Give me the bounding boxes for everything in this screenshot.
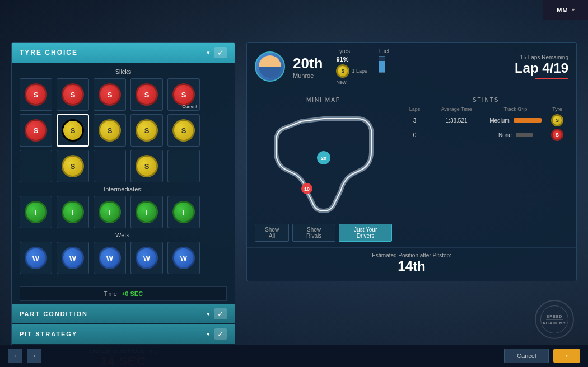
tyre-red: S: [136, 83, 158, 106]
tyre-cell[interactable]: W: [130, 242, 163, 274]
tyre-blue: W: [62, 247, 84, 269]
tyre-cell[interactable]: I: [167, 196, 200, 228]
driver-avatar: [255, 51, 285, 82]
part-condition-check: ✓: [214, 308, 227, 319]
track-svg: 20 10: [262, 107, 385, 219]
show-rivals-btn[interactable]: Show Rivals: [292, 224, 335, 242]
tyre-cell[interactable]: S: [94, 114, 126, 147]
map-buttons: Show All Show Rivals Just Your Drivers: [255, 224, 392, 242]
right-panel: 20th Munroe Tyres 91% S 1 Laps New Fuel: [246, 42, 577, 281]
top-bar-dropdown[interactable]: ▾: [572, 7, 575, 13]
next-btn[interactable]: ›: [27, 349, 41, 363]
tyre-cell-empty[interactable]: [94, 150, 126, 182]
prev-btn[interactable]: ‹: [8, 349, 22, 363]
tyre-cell[interactable]: S: [130, 150, 163, 182]
slicks-label: Slicks: [20, 68, 227, 75]
tyre-green: I: [25, 201, 47, 223]
tyres-label: Tyres: [336, 48, 367, 54]
tyre-red: S: [25, 83, 47, 106]
tyre-cell[interactable]: W: [57, 242, 89, 274]
time-value: +0 SEC: [122, 290, 143, 297]
tyre-cell[interactable]: W: [94, 242, 126, 274]
stints-header: Laps Average Time Track Grip Tyre: [403, 106, 568, 112]
tyre-cell[interactable]: I: [57, 196, 89, 228]
grip-bar-medium: [514, 118, 542, 123]
tyre-choice-title: TYRE CHOICE: [20, 49, 78, 57]
tyre-red: S: [62, 83, 84, 106]
mini-map-title: MINI MAP: [255, 97, 392, 103]
condition-label: New: [336, 79, 367, 85]
part-condition-dropdown[interactable]: ▾: [207, 310, 210, 318]
intermediates-label: Intermediates:: [20, 186, 227, 192]
grip-bar-none: [516, 133, 533, 137]
est-value: 14th: [255, 258, 568, 274]
tyre-cell-current[interactable]: S Current: [167, 78, 200, 111]
tyre-row-wets: W W W W W: [20, 242, 227, 274]
tyre-row-3: S S: [20, 150, 227, 182]
tyre-yellow: S: [99, 119, 121, 142]
tyre-green: I: [136, 201, 158, 223]
mini-map-canvas: 20 10: [262, 107, 385, 219]
tyre-cell[interactable]: S: [167, 114, 200, 147]
tyre-indicator: S: [336, 64, 349, 78]
tyre-cell[interactable]: S: [20, 114, 52, 147]
lap-info: 15 Laps Remaining Lap 4/19: [515, 54, 568, 79]
stints-table: Laps Average Time Track Grip Tyre 3 1:38…: [403, 106, 568, 141]
time-display: Time +0 SEC: [20, 286, 227, 301]
confirm-arrow: ›: [566, 352, 568, 359]
tyre-cell[interactable]: I: [20, 196, 52, 228]
tyres-stat: Tyres 91% S 1 Laps New: [336, 48, 367, 85]
tyre-green: I: [172, 201, 195, 223]
confirm-button[interactable]: ›: [553, 349, 580, 363]
just-your-drivers-btn[interactable]: Just Your Drivers: [339, 224, 393, 242]
stints-row-1: 3 1:38.521 Medium S: [403, 114, 568, 126]
lap-divider: [535, 78, 568, 79]
tyre-cell[interactable]: S: [57, 78, 89, 111]
tyre-choice-header[interactable]: TYRE CHOICE ▾ ✓: [12, 43, 235, 63]
tyre-cell[interactable]: S: [130, 114, 163, 147]
pit-strategy-dropdown[interactable]: ▾: [207, 331, 210, 338]
tyre-cell[interactable]: I: [130, 196, 163, 228]
time-label: Time: [104, 290, 117, 297]
tyre-blue: W: [25, 247, 47, 269]
current-label: Current: [182, 104, 197, 109]
tyre-cell[interactable]: W: [167, 242, 200, 274]
laps-remaining: 15 Laps Remaining: [515, 54, 568, 60]
tyre-cell[interactable]: S: [57, 150, 89, 182]
cancel-button[interactable]: Cancel: [504, 349, 549, 363]
svg-text:20: 20: [321, 156, 326, 161]
driver-header: 20th Munroe Tyres 91% S 1 Laps New Fuel: [247, 43, 576, 91]
stint-tyre-2: S: [546, 129, 568, 141]
driver-position-block: 20th Munroe: [293, 55, 323, 79]
estimated-position: Estimated Position after Pitstop: 14th: [247, 247, 576, 281]
tyre-cell[interactable]: W: [20, 242, 52, 274]
mini-map-area: MINI MAP 20 10 Show All Show Rivals: [247, 91, 576, 247]
col-avg-time: Average Time: [428, 106, 484, 112]
stint-grip-1: Medium: [487, 117, 544, 124]
pit-strategy-check: ✓: [214, 328, 227, 340]
tyre-green: I: [99, 201, 121, 223]
tyre-yellow: S: [62, 119, 84, 142]
show-all-btn[interactable]: Show All: [255, 224, 289, 242]
stints-row-2: 0 None S: [403, 129, 568, 141]
tyre-cell[interactable]: S: [130, 78, 163, 111]
tyre-row-1: S S S S S Current: [20, 78, 227, 111]
svg-text:10: 10: [304, 186, 310, 192]
tyre-cell[interactable]: S: [94, 78, 126, 111]
col-tyre: Tyre: [546, 106, 568, 112]
tyre-choice-controls: ▾ ✓: [207, 47, 227, 58]
fuel-bar: [379, 56, 385, 73]
stint-laps-1: 3: [403, 117, 426, 124]
pit-strategy-header[interactable]: PIT STRATEGY ▾ ✓: [12, 324, 235, 344]
tyre-cell-selected[interactable]: S: [57, 114, 89, 147]
tyre-blue: W: [99, 247, 121, 269]
part-condition-header[interactable]: PART CONDITION ▾ ✓: [12, 304, 235, 323]
avatar-face: [259, 55, 281, 78]
tyre-cell-empty[interactable]: [20, 150, 52, 182]
tyre-cell-empty[interactable]: [167, 150, 200, 182]
tyre-row-2: S S S S S: [20, 114, 227, 147]
tyre-choice-dropdown[interactable]: ▾: [207, 49, 210, 57]
tyre-cell[interactable]: I: [94, 196, 126, 228]
tyre-cell[interactable]: S: [20, 78, 52, 111]
tyre-red: S: [99, 83, 121, 106]
